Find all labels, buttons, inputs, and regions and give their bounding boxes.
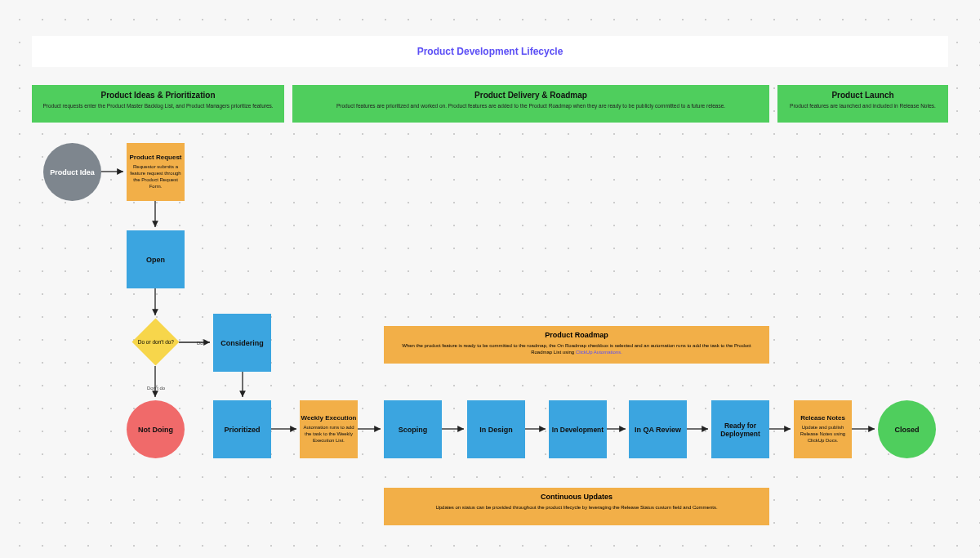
node-label: Considering xyxy=(220,339,264,347)
lane-subtitle: Product requests enter the Product Maste… xyxy=(32,103,284,109)
banner-desc: Updates on status can be provided throug… xyxy=(400,505,753,511)
node-product-idea[interactable]: Product Idea xyxy=(43,143,101,201)
node-prioritized[interactable]: Prioritized xyxy=(213,400,271,458)
node-label: Not Doing xyxy=(138,426,173,434)
node-label: In QA Review xyxy=(635,426,681,434)
node-considering[interactable]: Considering xyxy=(213,314,271,372)
lane-subtitle: Product features are launched and includ… xyxy=(777,103,948,109)
node-desc: Update and publish Release Notes using C… xyxy=(797,425,849,444)
node-label: Product Idea xyxy=(50,168,95,176)
banner-title: Continuous Updates xyxy=(400,493,753,501)
node-label: Product Request xyxy=(129,154,181,161)
node-not-doing[interactable]: Not Doing xyxy=(127,400,185,458)
lane-title: Product Delivery & Roadmap xyxy=(292,91,769,100)
node-in-development[interactable]: In Development xyxy=(549,400,607,458)
node-open[interactable]: Open xyxy=(127,230,185,288)
diagram-title: Product Development Lifecycle xyxy=(32,36,948,67)
node-in-qa-review[interactable]: In QA Review xyxy=(629,400,687,458)
node-label: Do or don't do? xyxy=(136,339,176,345)
banner-continuous-updates: Continuous Updates Updates on status can… xyxy=(384,488,769,525)
node-label: Open xyxy=(146,256,165,264)
node-weekly-execution[interactable]: Weekly Execution Automation runs to add … xyxy=(300,400,358,458)
node-ready-for-deployment[interactable]: Ready for Deployment xyxy=(711,400,769,458)
banner-desc: When the product feature is ready to be … xyxy=(400,343,753,356)
node-in-design[interactable]: In Design xyxy=(467,400,525,458)
node-closed[interactable]: Closed xyxy=(878,400,936,458)
node-label: Scoping xyxy=(399,426,428,434)
node-label: Prioritized xyxy=(224,426,260,434)
node-label: In Design xyxy=(479,426,513,434)
node-desc: Requestor submits a feature request thro… xyxy=(130,164,182,190)
lane-launch: Product Launch Product features are laun… xyxy=(777,85,948,123)
lane-subtitle: Product features are prioritized and wor… xyxy=(292,103,769,109)
banner-title: Product Roadmap xyxy=(400,331,753,339)
node-label: Ready for Deployment xyxy=(711,422,769,438)
node-desc: Automation runs to add the task to the W… xyxy=(303,425,355,444)
node-label: Release Notes xyxy=(800,414,845,422)
lane-ideas: Product Ideas & Prioritization Product r… xyxy=(32,85,284,123)
lane-delivery: Product Delivery & Roadmap Product featu… xyxy=(292,85,769,123)
node-label: Weekly Execution xyxy=(301,414,357,422)
lane-title: Product Ideas & Prioritization xyxy=(32,91,284,100)
node-product-request[interactable]: Product Request Requestor submits a feat… xyxy=(127,143,185,201)
edge-label-do: Do xyxy=(197,341,203,346)
node-label: Closed xyxy=(894,426,919,434)
node-release-notes[interactable]: Release Notes Update and publish Release… xyxy=(794,400,852,458)
node-scoping[interactable]: Scoping xyxy=(384,400,442,458)
lane-title: Product Launch xyxy=(777,91,948,100)
banner-product-roadmap: Product Roadmap When the product feature… xyxy=(384,326,769,364)
edge-label-dont-do: Don't do xyxy=(147,386,165,391)
node-label: In Development xyxy=(552,426,604,434)
